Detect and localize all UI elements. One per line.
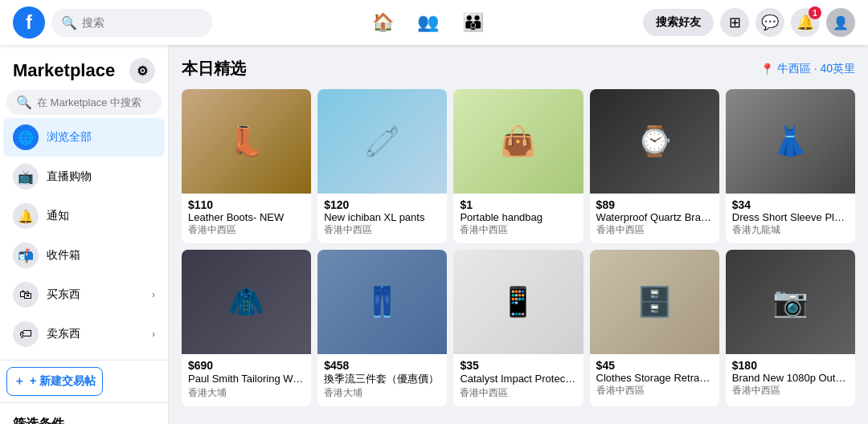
browse-all-icon: 🌐 (13, 124, 39, 150)
notification-badge: 1 (809, 6, 821, 19)
new-listing-button[interactable]: ＋ + 新建交易帖 (6, 367, 103, 396)
marketplace-search-input[interactable] (37, 96, 152, 108)
product-price: $89 (596, 198, 713, 211)
friends-nav-button[interactable]: 👥 (408, 6, 447, 39)
product-image: 🧷 (317, 89, 447, 194)
product-price: $458 (324, 359, 440, 372)
grid-menu-button[interactable]: ⊞ (720, 8, 749, 37)
product-name: Portable handbag (460, 211, 576, 223)
home-nav-button[interactable]: 🏠 (363, 6, 402, 39)
product-image: 👖 (317, 250, 447, 354)
product-price: $110 (188, 198, 305, 211)
sell-label: 卖东西 (47, 327, 80, 341)
product-card[interactable]: 🗄️ $45 Clothes Storage Retractable Wardr… (590, 250, 719, 406)
nav-center-icons: 🏠 👥 👪 (219, 6, 637, 39)
product-price: $1 (460, 198, 576, 211)
product-location: 香港大埔 (324, 386, 440, 400)
product-card[interactable]: ⌚ $89 Waterproof Quartz Bracelet Watch V… (590, 89, 719, 243)
product-price: $35 (460, 359, 576, 372)
sell-icon: 🏷 (13, 321, 39, 347)
product-image: 👗 (726, 89, 855, 194)
product-image: 📱 (453, 250, 583, 354)
product-name: New ichiban XL pants (324, 211, 440, 223)
location-filter[interactable]: 📍 牛西區 · 40英里 (760, 62, 855, 76)
product-card[interactable]: 👜 $1 Portable handbag 香港中西區 (453, 89, 583, 243)
products-grid: 👢 $110 Leather Boots- NEW 香港中西區 🧷 $120 N… (182, 89, 855, 406)
inbox-label: 收件箱 (47, 248, 80, 263)
product-info: $34 Dress Short Sleeve Plaid Skirt 香港九龍城 (726, 194, 855, 243)
filter-section: 筛选条件 香港 · 40英里内 (0, 410, 168, 424)
product-info: $458 換季流三件套（優惠價） 香港大埔 (317, 354, 447, 406)
product-name: 換季流三件套（優惠價） (324, 372, 440, 386)
product-card[interactable]: 🧷 $120 New ichiban XL pants 香港中西區 (317, 89, 447, 243)
marketplace-title-text: Marketplace (13, 60, 115, 81)
product-location: 香港中西區 (596, 223, 713, 237)
content-header: 本日精选 📍 牛西區 · 40英里 (182, 58, 855, 80)
product-price: $120 (324, 198, 440, 211)
product-card[interactable]: 📱 $35 Catalyst Impact Protection for iPh… (453, 250, 583, 406)
product-card[interactable]: 👢 $110 Leather Boots- NEW 香港中西區 (182, 89, 311, 243)
messenger-button[interactable]: 💬 (755, 8, 784, 37)
search-icon: 🔍 (61, 15, 77, 31)
facebook-logo[interactable]: f (13, 6, 45, 39)
product-location: 香港中西區 (460, 223, 576, 237)
sidebar-item-inbox[interactable]: 📬 收件箱 (3, 236, 165, 275)
sidebar-divider-2 (0, 402, 168, 403)
product-info: $1 Portable handbag 香港中西區 (453, 194, 583, 243)
messenger-icon: 💬 (761, 14, 779, 31)
product-info: $110 Leather Boots- NEW 香港中西區 (182, 194, 311, 243)
product-location: 香港大埔 (188, 386, 305, 400)
product-price: $180 (732, 359, 849, 372)
main-container: Marketplace ⚙ 🔍 🌐 浏览全部 📺 直播购物 🔔 通知 📬 收件箱… (0, 45, 868, 424)
notifications-button[interactable]: 🔔 1 (791, 8, 820, 37)
product-location: 香港中西區 (324, 223, 440, 237)
avatar[interactable]: 👤 (826, 8, 855, 37)
live-shopping-label: 直播购物 (47, 169, 92, 184)
top-navigation: f 🔍 🏠 👥 👪 搜索好友 ⊞ 💬 🔔 1 👤 (0, 0, 868, 45)
inbox-icon: 📬 (13, 243, 39, 268)
product-location: 香港中西區 (596, 384, 713, 398)
nav-right-actions: 搜索好友 ⊞ 💬 🔔 1 👤 (643, 8, 855, 37)
nav-search-input[interactable] (82, 16, 203, 29)
main-content: 本日精选 📍 牛西區 · 40英里 👢 $110 Leather Boots- … (169, 45, 868, 424)
product-card[interactable]: 👖 $458 換季流三件套（優惠價） 香港大埔 (317, 250, 447, 406)
location-filter-text: 牛西區 · 40英里 (777, 62, 855, 76)
buy-label: 买东西 (47, 287, 80, 302)
friends-icon: 👥 (417, 12, 439, 33)
product-image: 👜 (453, 89, 583, 194)
search-icon: 🔍 (16, 95, 32, 110)
product-image: 🗄️ (590, 250, 719, 354)
find-friends-button[interactable]: 搜索好友 (643, 9, 714, 36)
notifications-label: 通知 (47, 209, 69, 223)
filter-title: 筛选条件 (13, 416, 155, 424)
person-icon: 👤 (833, 15, 849, 31)
sidebar-item-live-shopping[interactable]: 📺 直播购物 (3, 157, 165, 196)
product-name: Waterproof Quartz Bracelet Watch Vintage (596, 211, 713, 223)
section-title: 本日精选 (182, 58, 246, 80)
product-location: 香港中西區 (460, 386, 576, 400)
product-image: ⌚ (590, 89, 719, 194)
sidebar-item-browse-all[interactable]: 🌐 浏览全部 (3, 118, 165, 157)
product-price: $34 (732, 198, 849, 211)
product-info: $35 Catalyst Impact Protection for iPhon… (453, 354, 583, 406)
sidebar-item-notifications[interactable]: 🔔 通知 (3, 197, 165, 235)
product-info: $45 Clothes Storage Retractable Wardrobe… (590, 354, 719, 404)
chevron-right-icon: › (152, 289, 155, 300)
sidebar-item-buy[interactable]: 🛍 买东西 › (3, 275, 165, 314)
browse-all-label: 浏览全部 (47, 130, 92, 145)
product-card[interactable]: 🧥 $690 Paul Smith Tailoring Wool Blazer … (182, 250, 311, 406)
sidebar: Marketplace ⚙ 🔍 🌐 浏览全部 📺 直播购物 🔔 通知 📬 收件箱… (0, 45, 169, 424)
product-name: Brand New 1080p Outdoor Trail Surveillan… (732, 372, 849, 384)
groups-nav-button[interactable]: 👪 (453, 6, 492, 39)
product-card[interactable]: 👗 $34 Dress Short Sleeve Plaid Skirt 香港九… (726, 89, 855, 243)
settings-icon[interactable]: ⚙ (129, 58, 155, 84)
marketplace-search-box[interactable]: 🔍 (6, 90, 162, 115)
product-card[interactable]: 📷 $180 Brand New 1080p Outdoor Trail Sur… (726, 250, 855, 406)
product-name: Catalyst Impact Protection for iPhone X/… (460, 372, 576, 386)
product-location: 香港中西區 (732, 384, 849, 398)
product-name: Paul Smith Tailoring Wool Blazer Jacket … (188, 372, 305, 386)
live-shopping-icon: 📺 (13, 164, 39, 190)
nav-search-box[interactable]: 🔍 (51, 9, 212, 37)
sidebar-item-sell[interactable]: 🏷 卖东西 › (3, 315, 165, 353)
product-name: Dress Short Sleeve Plaid Skirt (732, 211, 849, 223)
